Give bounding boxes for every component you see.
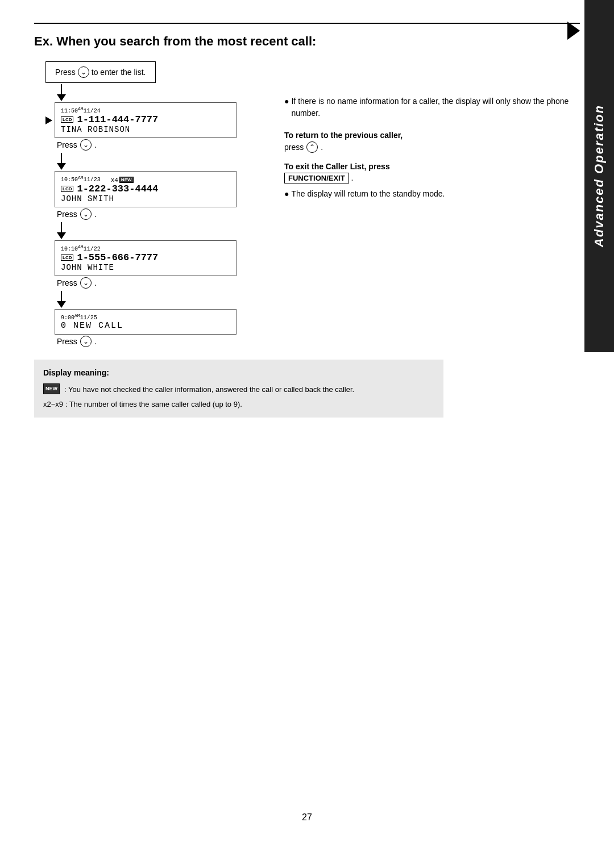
new-icon-dm: NEW [43,383,60,394]
flow-container: Press ⌄ to enter the list. 11:50AM11/24 … [45,61,580,348]
period-2: . [94,210,97,219]
new-icon-desc: : You have not checked the caller inform… [64,383,354,396]
timestamp-3: 10:10AM11/22 [61,244,230,252]
note-bullet-1: ● If there is no name information for a … [284,95,580,119]
page-title: Ex. When you search from the most recent… [34,34,580,49]
x-range-row: x2−x9 : The number of times the same cal… [43,398,434,411]
x4new-icon: x4NEW [111,177,134,183]
phone-3: LCD 1-555-666-7777 [61,252,230,263]
press-row-3: Press ⌄ . [57,277,97,289]
press-label-3: Press [57,278,77,287]
page-number: 27 [302,812,312,823]
flow-left: Press ⌄ to enter the list. 11:50AM11/24 … [45,61,262,348]
note-text-1: If there is no name information for a ca… [291,95,580,119]
to-exit-heading: To exit the Caller List, press [284,162,580,171]
press-label-4: Press [57,337,77,346]
bullet-symbol-1: ● [284,95,289,107]
arrow-down-3 [57,291,66,308]
lcd-icon-1: LCD [61,116,73,123]
period-return: . [321,143,323,152]
bullet-symbol-2: ● [284,188,289,200]
new-icon-row: NEW : You have not checked the caller in… [43,383,434,396]
note-bullet-2: ● The display will return to the standby… [284,188,580,200]
press-label-2: Press [57,210,77,219]
period-4: . [94,337,97,346]
selection-pointer-1 [45,116,52,124]
caller-box-4: 9:00AM11/25 0 NEW CALL [55,309,237,335]
chevron-down-icon-4: ⌄ [80,336,92,347]
note-text-2: The display will return to the standby m… [291,188,445,200]
phone-1: LCD 1-111-444-7777 [61,114,230,125]
name-3: JOHN WHITE [61,263,230,272]
arrow-down-0 [57,84,66,101]
chevron-down-icon-3: ⌄ [80,277,92,289]
to-return-heading: To return to the previous caller, [284,131,580,140]
press-row-2: Press ⌄ . [57,208,97,220]
function-exit-key: FUNCTION/EXIT [284,173,349,183]
step0-box: Press ⌄ to enter the list. [45,61,156,83]
chevron-down-icon: ⌄ [78,66,89,78]
sidebar-label: Advanced Operation [592,105,607,247]
press-row-4: Press ⌄ . [57,336,97,347]
chevron-up-icon: ⌃ [306,141,318,153]
to-return-section: To return to the previous caller, press … [284,131,580,153]
page-container: Ex. When you search from the most recent… [0,0,614,868]
name-2: JOHN SMITH [61,194,230,203]
x-range-desc: x2−x9 : The number of times the same cal… [43,400,242,408]
period-exit: . [351,173,354,182]
display-meaning-heading: Display meaning: [43,366,434,380]
name-1: TINA ROBINSON [61,125,230,134]
timestamp-2: 10:50AM11/23 x4NEW [61,175,230,183]
lcd-icon-2: LCD [61,186,73,192]
chevron-down-icon-2: ⌄ [80,208,92,220]
new-call-line: 0 NEW CALL [61,321,230,331]
flow-right: ● If there is no name information for a … [284,61,580,206]
phone-2: LCD 1-222-333-4444 [61,183,230,194]
arrow-down-1 [57,153,66,170]
timestamp-1: 11:50AM11/24 [61,106,230,114]
top-rule [34,23,580,24]
chevron-down-icon-1: ⌄ [80,139,92,151]
new-icon-2: NEW [119,177,134,183]
to-return-body: press ⌃ . [284,141,580,153]
press-label-return: press [284,143,304,152]
caller-box-1: 11:50AM11/24 LCD 1-111-444-7777 TINA ROB… [55,102,237,138]
period-3: . [94,278,97,287]
lcd-icon-3: LCD [61,254,73,261]
press-label-1: Press [57,140,77,149]
arrow-down-2 [57,222,66,239]
vertical-sidebar: Advanced Operation [584,0,614,352]
display-meaning-box: Display meaning: NEW : You have not chec… [34,360,443,418]
caller-box-3: 10:10AM11/22 LCD 1-555-666-7777 JOHN WHI… [55,240,237,276]
press-row-1: Press ⌄ . [57,139,97,151]
period-1: . [94,140,97,149]
arrow-tab-icon [567,22,580,40]
function-exit-row: FUNCTION/EXIT . [284,173,580,183]
to-exit-section: To exit the Caller List, press FUNCTION/… [284,162,580,200]
caller-box-2: 10:50AM11/23 x4NEW LCD 1-222-333-4444 JO… [55,171,237,207]
step0-suffix: to enter the list. [92,68,146,77]
step0-label: Press [55,68,76,77]
timestamp-4: 9:00AM11/25 [61,313,230,321]
entry-row-1: 11:50AM11/24 LCD 1-111-444-7777 TINA ROB… [45,102,237,138]
